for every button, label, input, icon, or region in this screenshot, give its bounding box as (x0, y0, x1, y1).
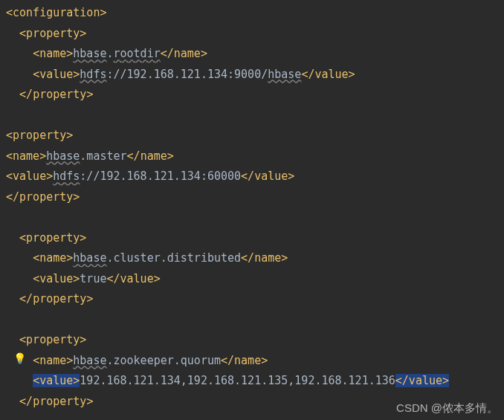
watermark: CSDN @侬本多情。 (396, 401, 498, 416)
code-line[interactable]: </property> (6, 289, 504, 310)
xml-text: hbase (73, 251, 106, 265)
xml-bracket: > (201, 47, 207, 60)
code-line[interactable]: <name>hbase.zookeeper.quorum</name> (6, 351, 504, 372)
xml-bracket: </ (106, 272, 120, 285)
code-line[interactable] (6, 106, 504, 126)
xml-bracket: > (154, 272, 161, 285)
xml-tag: value (314, 68, 348, 81)
xml-bracket: > (73, 68, 80, 81)
xml-bracket: < (33, 68, 39, 81)
xml-bracket: </ (161, 47, 174, 60)
xml-bracket: > (288, 169, 294, 183)
code-line[interactable]: <value>hdfs://192.168.121.134:60000</val… (6, 167, 504, 187)
xml-tag: property (26, 27, 80, 40)
xml-bracket: < (6, 6, 13, 19)
xml-text: 192.168.121.134,192.168.121.135,192.168.… (80, 374, 395, 387)
xml-text: .zookeeper.quorum (106, 354, 221, 367)
code-line[interactable] (6, 310, 504, 331)
code-line[interactable]: <value>192.168.121.134,192.168.121.135,1… (6, 371, 504, 392)
xml-text: rootdir (114, 47, 161, 60)
code-line[interactable]: <value>true</value> (6, 269, 504, 290)
xml-bracket: > (86, 292, 93, 306)
xml-bracket: > (281, 251, 288, 265)
xml-tag: value (409, 374, 442, 387)
xml-bracket: > (39, 149, 46, 163)
xml-bracket: > (167, 149, 174, 163)
xml-tag: name (39, 47, 66, 60)
xml-bracket: > (73, 374, 80, 387)
code-line[interactable]: <name>hbase.rootdir</name> (6, 44, 504, 65)
xml-tag: property (33, 88, 86, 101)
xml-tag: property (13, 129, 66, 142)
xml-bracket: < (33, 251, 39, 265)
xml-text: ://192.168.121.134:9000/ (106, 68, 268, 81)
xml-tag: value (13, 169, 46, 183)
xml-bracket: > (66, 47, 73, 60)
code-line[interactable]: <property> (6, 24, 504, 45)
xml-tag: name (13, 149, 39, 163)
xml-tag: value (39, 68, 73, 81)
code-line[interactable]: <value>hdfs://192.168.121.134:9000/hbase… (6, 65, 504, 85)
xml-bracket: </ (241, 251, 254, 265)
code-line[interactable] (6, 207, 504, 228)
xml-bracket: > (66, 354, 73, 367)
xml-bracket: > (66, 129, 73, 142)
xml-tag: value (254, 169, 288, 183)
xml-bracket: </ (395, 374, 409, 387)
xml-text: ://192.168.121.134:60000 (80, 169, 241, 183)
xml-text: hbase (268, 68, 301, 81)
xml-bracket: </ (19, 292, 33, 306)
xml-tag: property (26, 333, 80, 346)
xml-bracket: > (73, 190, 80, 204)
code-line[interactable]: <property> (6, 228, 504, 249)
xml-bracket: < (33, 354, 39, 367)
xml-tag: name (39, 251, 66, 265)
xml-bracket: > (80, 27, 86, 40)
xml-tag: name (140, 149, 167, 163)
xml-tag: value (39, 272, 73, 285)
xml-bracket: > (442, 374, 449, 387)
code-line[interactable]: </property> (6, 187, 504, 208)
xml-tag: configuration (13, 6, 100, 19)
xml-tag: value (120, 272, 154, 285)
xml-tag: name (39, 354, 66, 367)
code-line[interactable]: <name>hbase.master</name> (6, 146, 504, 167)
xml-bracket: < (33, 374, 39, 387)
xml-bracket: </ (241, 169, 254, 183)
xml-text: true (80, 272, 106, 285)
xml-text: hdfs (53, 169, 80, 183)
xml-bracket: < (19, 27, 26, 40)
xml-bracket: > (46, 169, 53, 183)
code-line[interactable]: <property> (6, 330, 504, 351)
code-line[interactable]: <configuration> (6, 3, 504, 24)
xml-bracket: > (80, 231, 86, 245)
code-line[interactable]: <name>hbase.cluster.distributed</name> (6, 248, 504, 269)
xml-tag: property (19, 190, 73, 204)
xml-bracket: > (80, 333, 86, 346)
xml-bracket: </ (301, 68, 314, 81)
xml-bracket: < (19, 333, 26, 346)
xml-bracket: </ (127, 149, 140, 163)
xml-text: .cluster.distributed (106, 251, 241, 265)
xml-tag: name (254, 251, 281, 265)
xml-bracket: < (6, 149, 13, 163)
xml-tag: property (33, 292, 86, 306)
xml-text: hbase (73, 354, 106, 367)
xml-bracket: > (66, 251, 73, 265)
xml-bracket: < (19, 231, 26, 245)
xml-bracket: > (73, 272, 80, 285)
xml-text: hbase (46, 149, 80, 163)
code-editor[interactable]: <configuration> <property> <name>hbase.r… (0, 0, 504, 412)
xml-tag: name (234, 354, 261, 367)
xml-bracket: > (261, 354, 268, 367)
xml-bracket: < (6, 129, 13, 142)
xml-bracket: > (86, 88, 93, 101)
code-line[interactable]: </property> (6, 85, 504, 106)
lightbulb-icon[interactable]: 💡 (13, 352, 26, 364)
xml-tag: value (39, 374, 73, 387)
xml-bracket: > (86, 395, 93, 408)
xml-tag: property (33, 395, 86, 408)
xml-bracket: </ (6, 190, 19, 204)
xml-text: hbase (73, 47, 106, 60)
code-line[interactable]: <property> (6, 126, 504, 146)
